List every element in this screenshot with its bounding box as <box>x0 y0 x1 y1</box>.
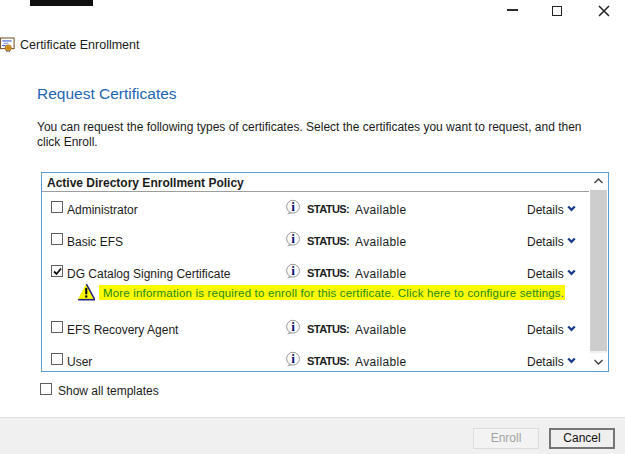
svg-text:i: i <box>291 199 295 214</box>
svg-text:i: i <box>291 351 295 366</box>
svg-text:i: i <box>291 231 295 246</box>
svg-text:i: i <box>291 319 295 334</box>
svg-text:i: i <box>291 263 295 278</box>
